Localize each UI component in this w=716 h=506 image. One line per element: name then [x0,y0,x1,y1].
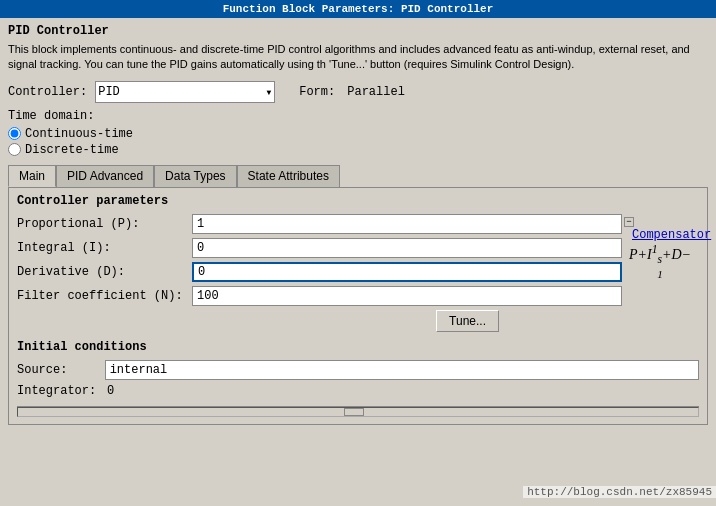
param-row-n: Filter coefficient (N): [17,286,699,306]
form-label: Form: [299,85,335,99]
param-label-d: Derivative (D): [17,265,192,279]
block-title: PID Controller [8,24,708,38]
ic-integrator-row: Integrator: 0 [17,384,699,398]
param-label-i: Integral (I): [17,241,192,255]
ic-integrator-value: 0 [107,384,114,398]
param-input-p[interactable] [192,214,622,234]
time-domain-section: Time domain: Continuous-time Discrete-ti… [8,109,708,157]
tab-content: Controller parameters Proportional (P): … [8,187,708,425]
tabs-container: Main PID Advanced Data Types State Attri… [8,165,708,187]
param-row-p: Proportional (P): [17,214,699,234]
horizontal-scrollbar[interactable] [17,406,699,418]
tab-pid-advanced[interactable]: PID Advanced [56,165,154,187]
formula-sub: 1 [657,268,663,280]
ic-integrator-label: Integrator: [17,384,107,398]
ic-source-value-box: internal [105,360,699,380]
tab-state-attributes[interactable]: State Attributes [237,165,340,187]
compensator-area: − Compensator [624,214,699,242]
controller-label: Controller: [8,85,87,99]
time-domain-label: Time domain: [8,109,708,123]
tune-row: Tune... [17,310,699,332]
watermark: http://blog.csdn.net/zx85945 [523,486,716,498]
param-label-n: Filter coefficient (N): [17,289,192,303]
tab-data-types[interactable]: Data Types [154,165,236,187]
formula-area: P+I1s+D− 1 [625,244,695,282]
compensator-link[interactable]: Compensator [632,228,711,242]
ic-source-label: Source: [17,363,105,377]
controller-select[interactable]: PID PI PD P I [95,81,275,103]
form-value: Parallel [347,85,405,99]
title-text: Function Block Parameters: PID Controlle… [223,3,494,15]
controller-select-wrapper[interactable]: PID PI PD P I [95,81,275,103]
param-label-p: Proportional (P): [17,217,192,231]
formula-text: P+I1s+D− [629,247,691,262]
continuous-radio[interactable] [8,127,21,140]
tune-button[interactable]: Tune... [436,310,499,332]
initial-conditions-section: Initial conditions Source: internal Inte… [17,340,699,398]
ic-source-row: Source: internal [17,360,699,380]
discrete-label: Discrete-time [25,143,119,157]
minus-box: − [624,217,634,227]
tab-main[interactable]: Main [8,165,56,187]
param-input-i[interactable] [192,238,622,258]
param-input-d[interactable] [192,262,622,282]
param-input-n[interactable] [192,286,622,306]
continuous-label: Continuous-time [25,127,133,141]
description: This block implements continuous- and di… [8,42,708,73]
title-bar: Function Block Parameters: PID Controlle… [0,0,716,18]
discrete-radio[interactable] [8,143,21,156]
param-row-i: Integral (I): [17,238,699,258]
ic-header: Initial conditions [17,340,699,354]
controller-params-header: Controller parameters [17,194,699,208]
ic-source-value: internal [110,363,168,377]
param-row-d: Derivative (D): [17,262,699,282]
